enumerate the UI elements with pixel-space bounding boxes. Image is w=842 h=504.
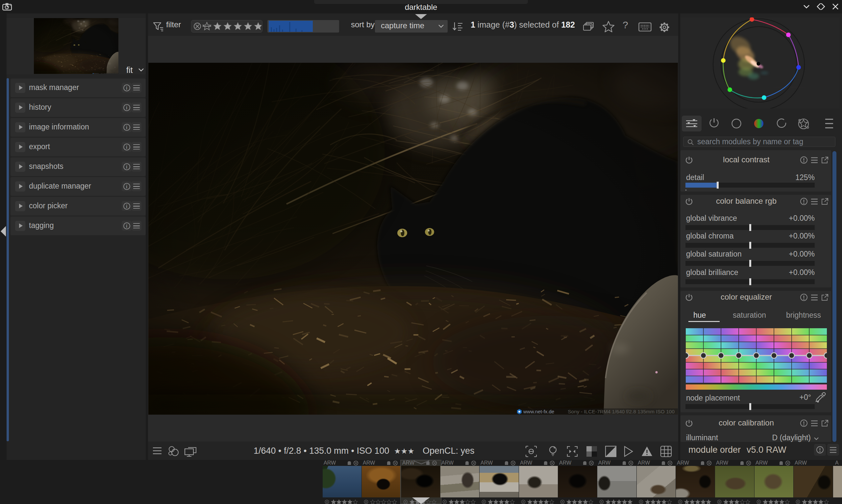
- svg-text:www.net-fx.de: www.net-fx.de: [523, 409, 554, 414]
- svg-text:Sony - ILCE-7RM4 1/640 f/2.8: Sony - ILCE-7RM4 1/640 f/2.8 135mm ISO 1…: [568, 409, 675, 414]
